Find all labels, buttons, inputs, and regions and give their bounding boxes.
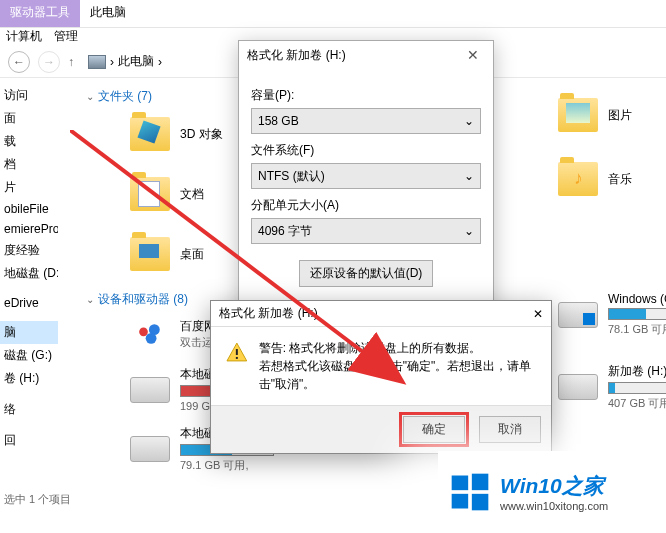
ribbon: 驱动器工具 此电脑 (0, 0, 666, 28)
ribbon-label-computer[interactable]: 计算机 (6, 28, 42, 46)
svg-point-0 (139, 328, 148, 337)
netdisk-icon (130, 314, 170, 354)
sidebar-local-d[interactable]: 地磁盘 (D:) (0, 262, 58, 285)
watermark-brand: Win10之家 (500, 472, 608, 500)
windows-logo-icon (448, 470, 492, 514)
breadcrumb-sep: › (110, 55, 114, 69)
drive-newvol-h[interactable]: 新加卷 (H:)407 GB 可用 (558, 363, 666, 411)
sidebar-desktop[interactable]: 面 (0, 107, 58, 130)
svg-rect-6 (452, 476, 469, 491)
folder-label: 文档 (180, 186, 204, 203)
nav-up[interactable]: ↑ (68, 55, 74, 69)
sidebar-downloads[interactable]: 载 (0, 130, 58, 153)
watermark: Win10之家 www.win10xitong.com (438, 451, 666, 533)
ok-button[interactable]: 确定 (403, 416, 465, 443)
allocunit-label: 分配单元大小(A) (251, 197, 481, 214)
cancel-button[interactable]: 取消 (479, 416, 541, 443)
chevron-down-icon: ⌄ (86, 91, 94, 102)
sidebar-local-g[interactable]: 磁盘 (G:) (0, 344, 58, 367)
drive-icon (558, 302, 598, 328)
confirm-dialog: 格式化 新加卷 (H:) ✕ 警告: 格式化将删除该磁盘上的所有数据。 若想格式… (210, 300, 552, 454)
sidebar-newvol-h[interactable]: 卷 (H:) (0, 367, 58, 390)
folder-icon: ♪ (558, 162, 598, 196)
svg-rect-3 (236, 349, 238, 355)
address-field[interactable]: › 此电脑 › (82, 51, 168, 72)
sidebar-premierepro[interactable]: emierePro (0, 219, 58, 239)
drive-windows-c[interactable]: Windows (C:78.1 GB 可用 (558, 292, 666, 337)
drive-name: Windows (C: (608, 292, 666, 306)
confirm-text-line2: 若想格式化该磁盘，请单击"确定"。若想退出，请单击"取消"。 (259, 357, 537, 393)
dialog-title: 格式化 新加卷 (H:) (219, 305, 318, 322)
sidebar-thispc[interactable]: 脑 (0, 321, 58, 344)
filesystem-select[interactable]: NTFS (默认)⌄ (251, 163, 481, 189)
nav-back[interactable]: ← (8, 51, 30, 73)
nav-fwd[interactable]: → (38, 51, 60, 73)
drive-icon (130, 436, 170, 462)
sidebar-docs[interactable]: 档 (0, 153, 58, 176)
confirm-text-line1: 警告: 格式化将删除该磁盘上的所有数据。 (259, 339, 537, 357)
drive-sub: 78.1 GB 可用 (608, 323, 666, 335)
svg-rect-8 (452, 494, 469, 509)
folder-icon (130, 237, 170, 271)
drive-sub: 79.1 GB 可用, (180, 459, 248, 471)
drive-icon (130, 377, 170, 403)
status-bar: 选中 1 个项目 (4, 492, 71, 507)
sidebar: 访问 面 载 档 片 obileFile emierePro 度经验 地磁盘 (… (0, 78, 58, 518)
folder-pictures[interactable]: 图片 (558, 92, 666, 138)
dialog-titlebar[interactable]: 格式化 新加卷 (H:) ✕ (239, 41, 493, 69)
chevron-down-icon: ⌄ (464, 169, 474, 183)
sidebar-edrive[interactable]: eDrive (0, 293, 58, 313)
drive-sub: 407 GB 可用 (608, 397, 666, 409)
chevron-down-icon: ⌄ (464, 114, 474, 128)
folder-label: 桌面 (180, 246, 204, 263)
breadcrumb-thispc[interactable]: 此电脑 (118, 53, 154, 70)
capacity-label: 容量(P): (251, 87, 481, 104)
folder-music[interactable]: ♪ 音乐 (558, 156, 666, 202)
chevron-down-icon: ⌄ (86, 294, 94, 305)
svg-rect-7 (472, 474, 489, 491)
svg-point-2 (146, 333, 157, 344)
dialog-title: 格式化 新加卷 (H:) (247, 47, 346, 64)
close-icon[interactable]: ✕ (461, 47, 485, 63)
folder-label: 图片 (608, 107, 632, 124)
sidebar-network[interactable]: 络 (0, 398, 58, 421)
chevron-down-icon: ⌄ (464, 224, 474, 238)
folder-label: 3D 对象 (180, 126, 223, 143)
folder-label: 音乐 (608, 171, 632, 188)
ribbon-tab-thispc[interactable]: 此电脑 (80, 0, 136, 27)
sidebar-pictures[interactable]: 片 (0, 176, 58, 199)
close-icon[interactable]: ✕ (533, 307, 543, 321)
thispc-icon (88, 55, 106, 69)
breadcrumb-sep2: › (158, 55, 162, 69)
restore-defaults-button[interactable]: 还原设备的默认值(D) (299, 260, 434, 287)
folder-icon (130, 177, 170, 211)
drive-name: 新加卷 (H:) (608, 363, 666, 380)
filesystem-label: 文件系统(F) (251, 142, 481, 159)
content-right-column: 图片 ♪ 音乐 Windows (C:78.1 GB 可用 新加卷 (H:)40… (558, 90, 666, 437)
ribbon-label-manage[interactable]: 管理 (54, 28, 78, 46)
folder-icon (130, 117, 170, 151)
drive-icon (558, 374, 598, 400)
folder-icon (558, 98, 598, 132)
svg-rect-9 (472, 494, 489, 511)
allocunit-select[interactable]: 4096 字节⌄ (251, 218, 481, 244)
watermark-url: www.win10xitong.com (500, 500, 608, 512)
dialog-titlebar[interactable]: 格式化 新加卷 (H:) ✕ (211, 301, 551, 327)
warning-icon (225, 339, 249, 367)
sidebar-exp[interactable]: 度经验 (0, 239, 58, 262)
sidebar-mobilefile[interactable]: obileFile (0, 199, 58, 219)
ribbon-tab-drivetools[interactable]: 驱动器工具 (0, 0, 80, 27)
svg-rect-4 (236, 357, 238, 359)
capacity-select[interactable]: 158 GB⌄ (251, 108, 481, 134)
sidebar-trash[interactable]: 回 (0, 429, 58, 452)
sidebar-quickaccess[interactable]: 访问 (0, 84, 58, 107)
